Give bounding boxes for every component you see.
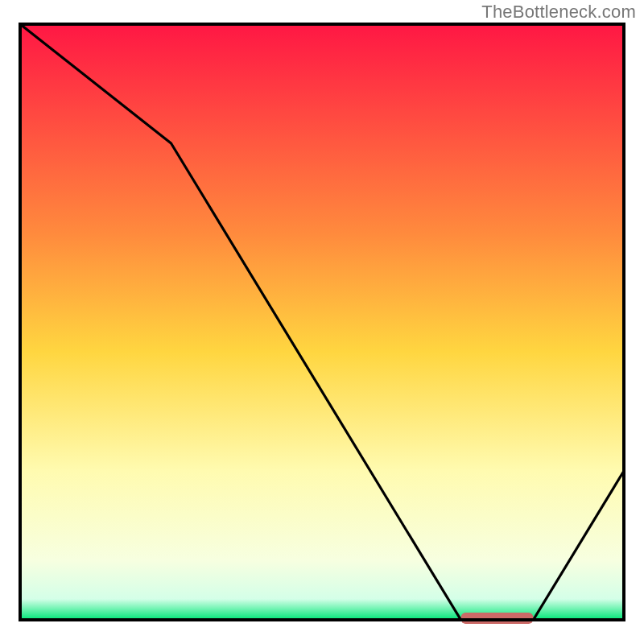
watermark-text: TheBottleneck.com (481, 2, 636, 23)
chart-container: TheBottleneck.com (0, 0, 644, 644)
plot-area (20, 24, 624, 624)
gradient-background (20, 24, 624, 620)
bottleneck-chart (0, 0, 644, 644)
